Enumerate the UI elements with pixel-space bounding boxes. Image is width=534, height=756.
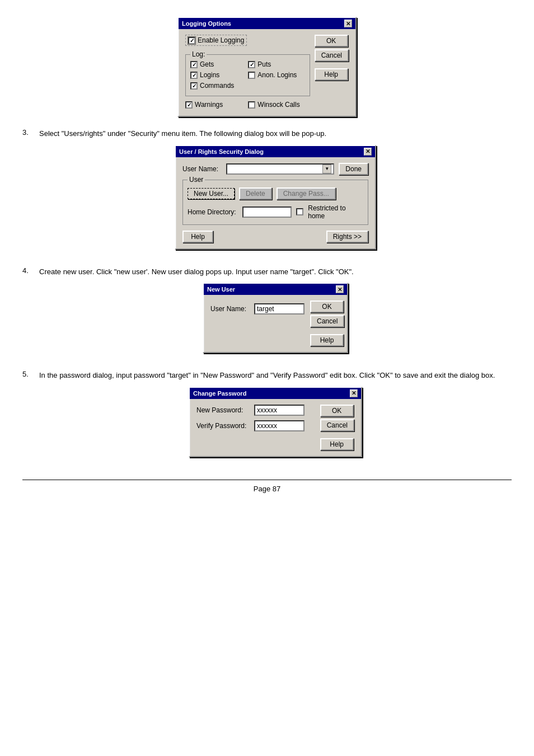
new-user-title: New User <box>207 286 235 293</box>
user-rights-title: User / Rights Security Dialog <box>179 148 264 155</box>
warnings-checkbox-label: Warnings <box>185 101 247 109</box>
user-name-label: User Name: <box>182 165 222 173</box>
step5-section: 5. In the password dialog, input passwor… <box>22 370 512 457</box>
anon-logins-checkbox-label: Anon. Logins <box>248 71 305 79</box>
restricted-label: Restricted to home <box>308 204 363 220</box>
page-number: Page 87 <box>254 485 280 493</box>
anon-logins-label: Anon. Logins <box>257 71 297 79</box>
logging-options-close-button[interactable]: ✕ <box>344 20 352 27</box>
step4-number: 4. <box>22 266 34 354</box>
gets-label: Gets <box>200 60 214 68</box>
new-password-label: New Password: <box>196 406 250 414</box>
rights-button[interactable]: Rights >> <box>326 231 368 243</box>
step3-text: Select "Users/rights" under "Security" m… <box>39 128 512 139</box>
new-user-cancel-button[interactable]: Cancel <box>310 315 344 327</box>
logging-options-dialog: Logging Options ✕ Enable Logging Log: <box>177 17 357 117</box>
new-user-name-input[interactable]: target <box>254 303 305 314</box>
logging-buttons: OK Cancel Help <box>315 35 349 110</box>
new-user-name-label: User Name: <box>210 305 250 313</box>
gets-checkbox-label: Gets <box>190 60 247 68</box>
home-directory-input[interactable] <box>242 206 292 218</box>
puts-checkbox[interactable] <box>248 61 255 68</box>
change-password-title: Change Password <box>193 390 246 397</box>
change-password-help-button[interactable]: Help <box>320 438 354 450</box>
gets-checkbox[interactable] <box>190 61 198 68</box>
user-rights-help-button[interactable]: Help <box>182 231 213 243</box>
commands-checkbox[interactable] <box>190 82 198 90</box>
user-groupbox: User New User... Delete Change Pass... H… <box>182 180 368 225</box>
puts-checkbox-label: Puts <box>248 60 305 68</box>
done-button[interactable]: Done <box>339 163 368 175</box>
new-user-button[interactable]: New User... <box>188 188 235 199</box>
step4-section: 4. Create new user. Click "new user'. Ne… <box>22 266 512 354</box>
log-groupbox: Log: Gets Puts <box>185 54 310 96</box>
logins-checkbox-label: Logins <box>190 71 247 79</box>
logging-cancel-button[interactable]: Cancel <box>315 49 349 62</box>
winsock-calls-label: Winsock Calls <box>257 101 299 109</box>
step3-section: 3. Select "Users/rights" under "Security… <box>22 128 512 250</box>
winsock-calls-checkbox[interactable] <box>248 101 255 109</box>
change-pass-button[interactable]: Change Pass... <box>277 187 336 200</box>
change-password-titlebar: Change Password ✕ <box>190 388 361 399</box>
page-footer: Page 87 <box>22 480 512 493</box>
step5-number: 5. <box>22 370 34 457</box>
anon-logins-checkbox[interactable] <box>248 72 255 79</box>
restricted-checkbox[interactable] <box>296 208 303 215</box>
user-group-legend: User <box>188 176 205 184</box>
warnings-label: Warnings <box>195 101 223 109</box>
warnings-checkbox[interactable] <box>185 101 193 109</box>
step5-text: In the password dialog, input password "… <box>39 370 512 381</box>
delete-button[interactable]: Delete <box>239 187 272 200</box>
change-password-ok-button[interactable]: OK <box>320 405 354 417</box>
verify-password-input[interactable]: xxxxxx <box>254 420 305 431</box>
enable-logging-label: Enable Logging <box>198 36 244 44</box>
puts-label: Puts <box>257 60 271 68</box>
logging-options-titlebar: Logging Options ✕ <box>179 18 355 29</box>
logging-options-title: Logging Options <box>182 20 231 27</box>
home-directory-label: Home Directory: <box>188 208 238 216</box>
enable-logging-checkbox[interactable] <box>188 37 195 44</box>
user-rights-dialog: User / Rights Security Dialog ✕ User Nam… <box>175 145 376 250</box>
change-password-cancel-button[interactable]: Cancel <box>320 419 354 431</box>
new-user-titlebar: New User ✕ <box>204 284 347 295</box>
logging-ok-button[interactable]: OK <box>315 35 348 47</box>
new-user-ok-button[interactable]: OK <box>310 300 344 313</box>
change-password-dialog: Change Password ✕ New Password: xxxxxx <box>189 387 362 457</box>
commands-checkbox-label: Commands <box>190 82 247 90</box>
new-user-help-button[interactable]: Help <box>310 334 344 346</box>
dropdown-arrow-icon: ▼ <box>322 165 331 173</box>
step4-text: Create new user. Click "new user'. New u… <box>39 266 512 278</box>
new-user-close-button[interactable]: ✕ <box>336 285 344 293</box>
verify-password-label: Verify Password: <box>196 422 250 430</box>
winsock-calls-checkbox-label: Winsock Calls <box>248 101 310 109</box>
logging-help-button[interactable]: Help <box>315 68 348 81</box>
logins-label: Logins <box>200 71 219 79</box>
new-user-dialog: New User ✕ User Name: target <box>203 283 348 353</box>
step3-number: 3. <box>22 128 34 250</box>
change-password-close-button[interactable]: ✕ <box>350 389 358 397</box>
log-group-legend: Log: <box>190 50 207 58</box>
user-rights-titlebar: User / Rights Security Dialog ✕ <box>176 146 375 157</box>
user-rights-close-button[interactable]: ✕ <box>364 148 372 156</box>
commands-label: Commands <box>200 82 234 90</box>
logins-checkbox[interactable] <box>190 72 198 79</box>
new-password-input[interactable]: xxxxxx <box>254 405 305 416</box>
user-name-dropdown[interactable]: ▼ <box>226 163 334 175</box>
